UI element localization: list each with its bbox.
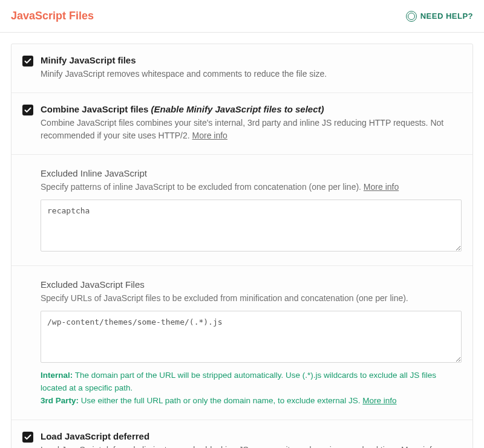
excluded-inline-title: Excluded Inline JavaScript: [41, 168, 462, 178]
excluded-inline-desc: Specify patterns of inline JavaScript to…: [41, 181, 462, 193]
hint-internal-label: Internal:: [41, 371, 73, 380]
deferred-more-info-link[interactable]: More info: [401, 445, 436, 448]
excluded-files-textarea[interactable]: [41, 311, 462, 363]
combine-option: Combine JavaScript files (Enable Minify …: [11, 93, 473, 155]
help-icon: [406, 11, 417, 22]
combine-title-text: Combine JavaScript files: [41, 104, 148, 114]
check-icon: [24, 57, 31, 65]
combine-title: Combine JavaScript files (Enable Minify …: [41, 104, 462, 114]
combine-hint: (Enable Minify JavaScript files to selec…: [151, 104, 324, 114]
hint-3rd-party-text: Use either the full URL path or only the…: [79, 396, 361, 405]
help-label: NEED HELP?: [420, 11, 473, 21]
excluded-files-title: Excluded JavaScript Files: [41, 279, 462, 290]
deferred-desc: Load JavaScript deferred eliminates rend…: [41, 444, 462, 448]
minify-title: Minify JavaScript files: [41, 55, 462, 65]
combine-desc: Combine JavaScript files combines your s…: [41, 117, 462, 142]
excluded-files-desc: Specify URLs of JavaScript files to be e…: [41, 292, 462, 305]
hint-internal-text: The domain part of the URL will be strip…: [41, 371, 436, 392]
deferred-desc-text: Load JavaScript deferred eliminates rend…: [41, 445, 399, 448]
page-header: JavaScript Files NEED HELP?: [0, 0, 484, 33]
hint-3rd-party-label: 3rd Party:: [41, 396, 79, 405]
deferred-option: Load JavaScript deferred Load JavaScript…: [11, 420, 473, 448]
deferred-checkbox[interactable]: [22, 432, 33, 443]
combine-desc-text: Combine JavaScript files combines your s…: [41, 118, 443, 140]
excluded-inline-textarea[interactable]: [41, 200, 462, 252]
check-icon: [24, 106, 31, 114]
excluded-inline-section: Excluded Inline JavaScript Specify patte…: [11, 155, 473, 266]
check-icon: [24, 433, 31, 441]
excluded-files-hints: Internal: The domain part of the URL wil…: [41, 369, 462, 407]
minify-checkbox[interactable]: [22, 56, 33, 67]
minify-desc: Minify JavaScript removes whitespace and…: [41, 68, 462, 80]
minify-option: Minify JavaScript files Minify JavaScrip…: [11, 44, 473, 93]
excluded-files-more-info-link[interactable]: More info: [362, 396, 396, 405]
excluded-files-section: Excluded JavaScript Files Specify URLs o…: [11, 266, 473, 420]
settings-panel: Minify JavaScript files Minify JavaScrip…: [11, 44, 473, 448]
need-help-link[interactable]: NEED HELP?: [406, 11, 473, 22]
excluded-inline-desc-text: Specify patterns of inline JavaScript to…: [41, 182, 361, 192]
deferred-title: Load JavaScript deferred: [41, 431, 462, 441]
combine-checkbox[interactable]: [22, 105, 33, 115]
excluded-inline-more-info-link[interactable]: More info: [364, 182, 399, 192]
combine-more-info-link[interactable]: More info: [192, 131, 227, 140]
page-title: JavaScript Files: [11, 10, 94, 22]
